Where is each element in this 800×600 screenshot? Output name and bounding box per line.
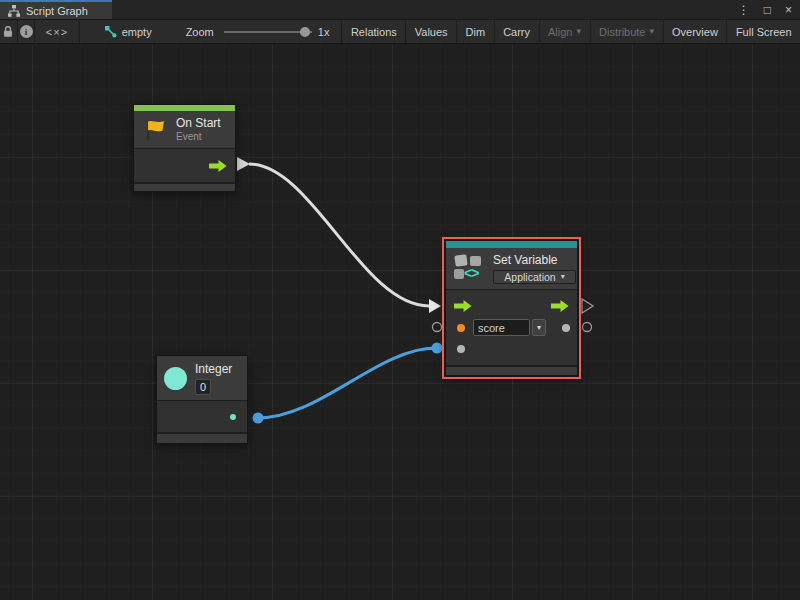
caret-down-icon: ▾ (650, 27, 655, 36)
flow-wire-onstart-to-setvariable[interactable] (249, 164, 429, 306)
close-icon[interactable]: × (785, 4, 792, 16)
node-title: On Start (176, 116, 221, 131)
value-output-port[interactable] (562, 324, 570, 332)
caret-down-icon: ▾ (537, 324, 541, 332)
integer-header[interactable]: Integer 0 (157, 356, 247, 401)
dim-button[interactable]: Dim (457, 20, 495, 43)
lock-button[interactable] (0, 20, 18, 43)
tab-bar: Script Graph ⋮ □ × (0, 0, 800, 20)
set-variable-footer (446, 365, 577, 375)
set-variable-icon: <> (454, 255, 486, 282)
integer-output-connector[interactable] (253, 413, 264, 424)
variable-name-dropdown[interactable]: ▾ (532, 319, 546, 336)
info-button[interactable]: i (18, 20, 36, 43)
zoom-slider[interactable] (224, 20, 312, 44)
integer-output-port[interactable] (230, 414, 236, 420)
node-integer[interactable]: Integer 0 (156, 355, 248, 444)
flow-output-port-icon[interactable] (551, 300, 569, 313)
carry-button[interactable]: Carry (495, 20, 540, 43)
wire-layer (0, 45, 800, 600)
zoom-slider-track (224, 31, 312, 33)
on-start-footer (134, 182, 235, 191)
graph-canvas[interactable]: On Start Event <> Set Variable Applicati… (0, 45, 800, 600)
node-title: Set Variable (493, 253, 576, 268)
setvariable-flow-input-connector[interactable] (429, 299, 441, 313)
graph-ref-label: empty (122, 26, 152, 38)
setvariable-value-input-connector[interactable] (432, 343, 443, 354)
node-set-variable[interactable]: <> Set Variable Application ▾ (445, 240, 578, 376)
on-start-ports (134, 149, 235, 182)
integer-type-icon (164, 367, 187, 390)
name-input-port[interactable] (457, 324, 465, 332)
info-icon: i (20, 25, 33, 38)
onstart-flow-output-connector[interactable] (237, 157, 250, 171)
value-input-row (446, 339, 577, 359)
integer-ports (157, 401, 247, 432)
variable-brackets-icon: <> (464, 265, 478, 281)
toolbar-buttons: Relations Values Dim Carry Align ▾ Distr… (341, 20, 800, 43)
full-screen-button[interactable]: Full Screen (727, 20, 800, 43)
distribute-dropdown[interactable]: Distribute ▾ (591, 20, 664, 43)
flow-port-row (446, 296, 577, 316)
node-title: Integer (195, 362, 232, 377)
node-on-start[interactable]: On Start Event (133, 104, 236, 192)
caret-down-icon: ▾ (577, 27, 582, 36)
value-input-port[interactable] (457, 345, 465, 353)
graph-hierarchy-icon (8, 5, 20, 17)
maximize-icon[interactable]: □ (764, 4, 771, 16)
integer-footer (157, 432, 247, 443)
variable-name-input[interactable] (473, 319, 530, 336)
lock-icon (2, 25, 14, 38)
overview-button[interactable]: Overview (664, 20, 728, 43)
on-start-header[interactable]: On Start Event (134, 111, 235, 149)
flow-input-port-icon[interactable] (454, 300, 472, 313)
toolbar-middle: empty Zoom 1x (80, 20, 330, 43)
align-dropdown[interactable]: Align ▾ (540, 20, 591, 43)
variable-scope-dropdown[interactable]: Application ▾ (493, 270, 576, 284)
set-variable-header[interactable]: <> Set Variable Application ▾ (446, 248, 577, 290)
code-view-button[interactable]: <×> (35, 20, 79, 43)
window-controls: ⋮ □ × (738, 0, 800, 19)
flag-icon (142, 117, 168, 143)
relations-button[interactable]: Relations (342, 20, 406, 43)
variable-accent-stripe (446, 241, 577, 248)
value-wire-integer-to-setvariable[interactable] (258, 348, 436, 418)
node-subtitle: Event (176, 131, 221, 143)
graph-icon (104, 25, 117, 38)
values-button[interactable]: Values (406, 20, 457, 43)
caret-down-icon: ▾ (561, 273, 565, 281)
window-menu-icon[interactable]: ⋮ (738, 4, 750, 16)
zoom-value: 1x (318, 26, 330, 38)
setvariable-value-output-port[interactable] (583, 323, 592, 332)
flow-output-port-icon[interactable] (209, 159, 227, 172)
zoom-label: Zoom (186, 26, 214, 38)
setvariable-flow-output-port[interactable] (582, 299, 593, 313)
tab-script-graph[interactable]: Script Graph (0, 0, 112, 19)
integer-value-field[interactable]: 0 (195, 379, 211, 395)
zoom-slider-knob[interactable] (300, 27, 310, 37)
graph-reference[interactable]: empty (104, 25, 152, 38)
setvariable-name-input-port[interactable] (433, 323, 442, 332)
tab-title: Script Graph (26, 5, 88, 17)
graph-toolbar: i <×> empty Zoom 1x Relations Values Dim… (0, 20, 800, 44)
variable-name-row: ▾ (446, 317, 577, 339)
code-brackets-icon: <×> (46, 26, 68, 38)
set-variable-ports: ▾ (446, 290, 577, 365)
